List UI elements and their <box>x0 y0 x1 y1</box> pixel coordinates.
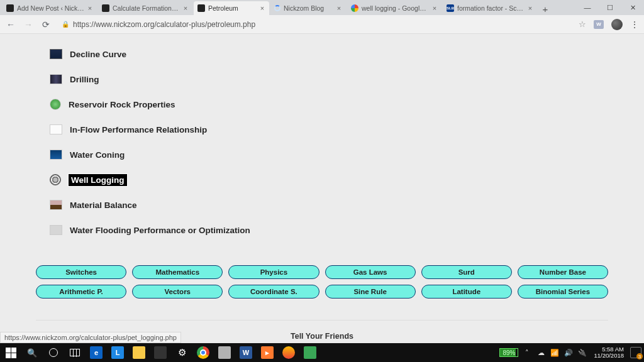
browser-menu-button[interactable]: ⋮ <box>630 19 639 30</box>
tab-title: Calculate Formation Fa… <box>113 4 180 12</box>
back-button[interactable]: ← <box>5 19 16 30</box>
category-list: Decline Curve Drilling Reservoir Rock Pr… <box>36 34 608 243</box>
btn-mathematics[interactable]: Mathematics <box>132 265 223 279</box>
taskbar-chrome[interactable] <box>192 343 214 362</box>
tab-nickzom-blog[interactable]: Nickzom Blog × <box>270 1 346 15</box>
favicon-icon <box>102 4 109 12</box>
browser-toolbar: ← → ⟳ 🔒 https://www.nickzom.org/calculat… <box>0 15 644 34</box>
new-tab-button[interactable]: + <box>538 3 552 15</box>
status-url: https://www.nickzom.org/calculator-plus/… <box>4 334 177 341</box>
btn-latitude[interactable]: Latitude <box>421 285 512 299</box>
btn-sine-rule[interactable]: Sine Rule <box>325 285 416 299</box>
category-water-coning[interactable]: Water Coning <box>50 142 608 167</box>
maximize-button[interactable]: ☐ <box>599 0 621 15</box>
tray-power-icon[interactable]: 🔌 <box>577 349 587 357</box>
tab-google-search[interactable]: well logging - Google S… × <box>347 1 441 15</box>
loading-spinner-icon <box>274 5 280 11</box>
taskbar-app-orange[interactable] <box>278 343 299 362</box>
close-icon[interactable]: × <box>182 4 189 12</box>
slb-favicon-icon: SLB <box>447 4 454 12</box>
cortana-search-button[interactable]: 🔍 <box>21 343 43 362</box>
taskbar-settings[interactable]: ⚙ <box>171 343 192 362</box>
taskbar-pdf[interactable] <box>214 343 235 362</box>
divider <box>36 320 608 321</box>
bookmark-star-icon[interactable]: ☆ <box>579 19 586 29</box>
address-bar[interactable]: 🔒 https://www.nickzom.org/calculator-plu… <box>58 18 567 31</box>
taskbar-calculator[interactable] <box>150 343 171 362</box>
favicon-icon <box>197 4 205 12</box>
tab-add-new-post[interactable]: Add New Post ‹ Nickzo… × <box>3 1 97 15</box>
tab-title: Petroleum <box>208 4 257 12</box>
category-icon <box>50 225 62 235</box>
lock-icon: 🔒 <box>62 21 69 28</box>
google-favicon-icon <box>351 4 358 12</box>
tray-onedrive-icon[interactable]: ☁ <box>536 349 546 357</box>
taskbar-clock[interactable]: 5:58 AM 11/20/2018 <box>591 346 626 359</box>
btn-arithmetic-p[interactable]: Arithmetic P. <box>36 285 126 299</box>
btn-surd[interactable]: Surd <box>421 265 512 279</box>
url-text: https://www.nickzom.org/calculator-plus/… <box>73 20 255 29</box>
taskbar-file-explorer[interactable] <box>128 343 150 362</box>
tab-title: well logging - Google S… <box>362 4 429 12</box>
tab-calculate-formation[interactable]: Calculate Formation Fa… × <box>98 1 192 15</box>
forward-button[interactable]: → <box>23 19 34 30</box>
taskbar-app-green[interactable] <box>299 343 321 362</box>
task-view-button[interactable] <box>64 343 86 362</box>
category-label: Reservoir Rock Properties <box>69 100 175 109</box>
minimize-button[interactable]: — <box>576 0 599 15</box>
battery-indicator[interactable]: 89% <box>499 348 518 357</box>
extension-icon[interactable]: W <box>594 20 604 29</box>
btn-binomial[interactable]: Binomial Series <box>518 285 608 299</box>
category-well-logging[interactable]: Well Logging <box>50 167 608 192</box>
close-icon[interactable]: × <box>431 4 438 12</box>
favicon-icon <box>6 4 14 12</box>
tab-petroleum[interactable]: Petroleum × <box>194 1 269 15</box>
btn-switches[interactable]: Switches <box>36 265 126 279</box>
clock-date: 11/20/2018 <box>594 353 624 359</box>
battery-percent: 89% <box>502 349 515 356</box>
tray-volume-icon[interactable]: 🔊 <box>564 349 574 357</box>
category-label: Water Flooding Performance or Optimizati… <box>70 226 250 235</box>
status-bar: https://www.nickzom.org/calculator-plus/… <box>0 332 181 343</box>
browser-tab-strip: Add New Post ‹ Nickzo… × Calculate Forma… <box>0 0 644 15</box>
category-label: Drilling <box>70 75 99 84</box>
taskbar-edge[interactable]: e <box>86 343 107 362</box>
tab-schlumberger[interactable]: SLB formation factor - Schlu… × <box>443 1 537 15</box>
close-icon[interactable]: × <box>87 4 93 12</box>
category-icon <box>50 124 62 134</box>
category-label: Decline Curve <box>70 50 126 59</box>
start-button[interactable] <box>0 343 21 362</box>
reload-button[interactable]: ⟳ <box>40 19 52 30</box>
category-icon <box>50 74 62 84</box>
category-decline-curve[interactable]: Decline Curve <box>50 41 608 67</box>
category-icon <box>50 150 62 160</box>
calculator-button-grid: Switches Mathematics Physics Gas Laws Su… <box>36 265 608 299</box>
windows-taskbar: 🔍 e L ⚙ W ▸ 89% ˄ ☁ 📶 🔊 🔌 5:58 AM 11/20/… <box>0 343 644 362</box>
tray-network-icon[interactable]: 📶 <box>550 349 560 357</box>
category-inflow-performance[interactable]: In-Flow Performance Relationship <box>50 117 608 142</box>
tray-chevron-up-icon[interactable]: ˄ <box>522 349 532 357</box>
btn-vectors[interactable]: Vectors <box>132 285 223 299</box>
close-icon[interactable]: × <box>336 4 342 12</box>
taskbar-word[interactable]: W <box>235 343 257 362</box>
action-center-button[interactable] <box>630 347 641 358</box>
category-label: Water Coning <box>70 150 125 160</box>
close-window-button[interactable]: ✕ <box>621 0 644 15</box>
taskbar-app-l[interactable]: L <box>107 343 128 362</box>
btn-number-base[interactable]: Number Base <box>518 265 608 279</box>
cortana-circle-button[interactable] <box>43 343 64 362</box>
category-water-flooding[interactable]: Water Flooding Performance or Optimizati… <box>50 217 608 243</box>
category-label: Material Balance <box>70 200 137 210</box>
close-icon[interactable]: × <box>527 4 533 12</box>
btn-physics[interactable]: Physics <box>228 265 319 279</box>
category-drilling[interactable]: Drilling <box>50 67 608 92</box>
btn-gas-laws[interactable]: Gas Laws <box>325 265 416 279</box>
tab-title: Add New Post ‹ Nickzo… <box>17 4 84 12</box>
btn-coordinate-s[interactable]: Coordinate S. <box>228 285 319 299</box>
category-material-balance[interactable]: Material Balance <box>50 192 608 217</box>
category-reservoir-rock[interactable]: Reservoir Rock Properties <box>50 92 608 117</box>
profile-avatar[interactable] <box>611 19 623 30</box>
taskbar-media[interactable]: ▸ <box>257 343 278 362</box>
page-viewport: Decline Curve Drilling Reservoir Rock Pr… <box>0 34 644 343</box>
close-icon[interactable]: × <box>259 4 265 12</box>
